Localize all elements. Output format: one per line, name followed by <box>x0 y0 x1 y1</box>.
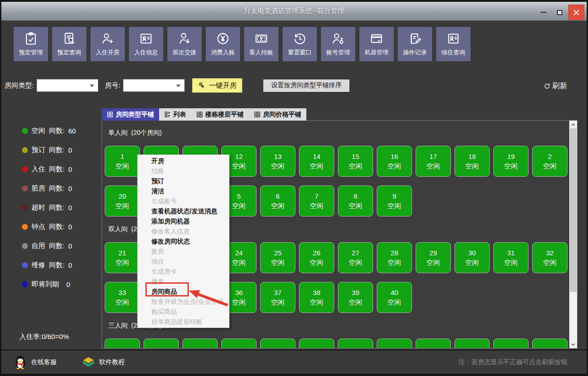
room-tile[interactable]: 19空闲 <box>493 146 529 177</box>
note-pen-icon <box>408 32 422 46</box>
room-tile[interactable]: 9空闲 <box>377 185 412 217</box>
menu-item[interactable]: 查看机器状态/发送消息 <box>138 206 229 216</box>
menu-item[interactable]: 挂单商品提前结账 <box>138 317 229 327</box>
toolbar-button[interactable]: 重置窗口 <box>283 27 317 61</box>
room-tile[interactable] <box>299 339 334 348</box>
room-tile[interactable]: 6空闲 <box>260 185 295 217</box>
room-tile[interactable]: 31空闲 <box>493 242 529 273</box>
toolbar-button-label: 预定查询 <box>58 48 81 57</box>
toolbar-button[interactable]: 入住开房 <box>91 27 125 61</box>
room-tile[interactable]: 15空闲 <box>338 146 373 177</box>
room-tile[interactable] <box>221 339 257 348</box>
room-status: 空闲 <box>116 201 129 211</box>
menu-item[interactable]: 结账 <box>138 166 229 176</box>
room-tile[interactable] <box>532 339 567 348</box>
room-tile[interactable]: 21空闲 <box>105 242 140 273</box>
room-tile[interactable]: 18空闲 <box>454 146 490 177</box>
room-tile[interactable]: 14空闲 <box>299 146 334 177</box>
toolbar-button[interactable]: 客人结账 <box>244 27 278 61</box>
view-tab[interactable]: 楼栋楼层平铺 <box>191 108 249 121</box>
room-tile[interactable]: 37空闲 <box>260 282 295 313</box>
room-tile[interactable]: 25空闲 <box>260 242 295 273</box>
legend-count-prefix: 间数: <box>49 146 64 154</box>
room-type-select[interactable] <box>37 79 98 92</box>
toolbar-button[interactable]: 机器管理 <box>359 27 394 61</box>
room-tile[interactable]: 32空闲 <box>532 242 567 273</box>
room-number: 1 <box>120 152 124 161</box>
room-tile[interactable] <box>416 339 451 348</box>
room-number: 12 <box>235 152 243 161</box>
room-tile[interactable] <box>182 339 218 348</box>
menu-item[interactable]: 添加房间机器 <box>138 216 229 226</box>
room-tile[interactable]: 40空闲 <box>377 282 412 313</box>
room-tile[interactable]: 7空闲 <box>299 185 334 217</box>
room-tile[interactable] <box>260 339 295 348</box>
room-tile[interactable]: 39空闲 <box>338 282 373 313</box>
menu-item[interactable]: 预订 <box>138 176 229 186</box>
view-tab[interactable]: 房间价格平铺 <box>249 108 306 121</box>
room-tile[interactable] <box>338 339 373 348</box>
status-legend: 空闲间数:60预订间数:0入住间数:0脏房间数:0超时间数:0钟点间数:0自用间… <box>0 124 102 297</box>
menu-item[interactable]: 修改客人信息 <box>138 226 229 236</box>
toolbar-button-label: 操作记录 <box>403 48 427 57</box>
toolbar-button[interactable]: 账号管理 <box>321 27 355 61</box>
view-tab[interactable]: 房间类型平铺 <box>102 108 159 121</box>
room-tile[interactable] <box>493 339 529 348</box>
room-no-select[interactable] <box>123 79 185 92</box>
room-tile[interactable] <box>377 339 412 348</box>
chevron-down-icon <box>176 85 181 87</box>
room-tile[interactable] <box>454 339 490 348</box>
view-tab[interactable]: 列表 <box>159 108 191 121</box>
minimize-button[interactable] <box>537 5 549 19</box>
tutorial-link[interactable]: 软件教程 <box>99 358 125 366</box>
menu-item[interactable]: 生成房卡 <box>138 266 229 276</box>
room-tile[interactable]: 33空闲 <box>105 282 140 313</box>
menu-item[interactable]: 续住 <box>138 256 229 266</box>
room-tile[interactable]: 2空闲 <box>532 146 567 177</box>
room-tile[interactable]: 13空闲 <box>260 146 295 177</box>
toolbar-button[interactable]: 入住信息 <box>129 27 163 61</box>
room-status: 空闲 <box>232 258 246 267</box>
menu-item[interactable]: 生成账号 <box>138 196 229 206</box>
room-tile[interactable]: 20空闲 <box>105 185 140 217</box>
scroll-thumb[interactable] <box>570 128 577 292</box>
toolbar-button[interactable]: 消费入账 <box>206 27 240 61</box>
close-button[interactable] <box>568 5 584 20</box>
toolbar-button[interactable]: 班次交接 <box>167 27 202 61</box>
toolbar-button[interactable]: 操作记录 <box>398 27 432 61</box>
room-tile[interactable]: 29空闲 <box>416 242 451 273</box>
room-tile[interactable]: 30空闲 <box>454 242 490 273</box>
room-tile[interactable]: 16空闲 <box>377 146 412 177</box>
toolbar-button[interactable]: 预定查询 <box>52 27 86 61</box>
room-tile[interactable]: 28空闲 <box>377 242 412 273</box>
refresh-button[interactable]: 刷新 <box>544 81 567 91</box>
occupancy-rate: 入住率:0/60=0% <box>19 333 69 341</box>
room-number: 16 <box>390 152 398 161</box>
status-dot <box>22 281 28 287</box>
scroll-down-button[interactable] <box>569 340 577 348</box>
one-key-open-button[interactable]: 一键开房 <box>192 78 242 93</box>
menu-item[interactable]: 开房 <box>138 156 229 166</box>
legend-count-value: 0 <box>68 146 72 154</box>
room-tile[interactable]: 1空闲 <box>105 146 140 177</box>
menu-item[interactable]: 清洁 <box>138 186 229 196</box>
scroll-up-button[interactable] <box>569 121 577 128</box>
room-tile[interactable]: 17空闲 <box>416 146 451 177</box>
room-tile[interactable]: 27空闲 <box>338 242 373 273</box>
app-window: 月太电竞酒店管理系统--前台管理 预定管理预定查询入住开房入住信息班次交接消费入… <box>0 0 588 376</box>
status-dot <box>22 262 28 268</box>
toolbar-button[interactable]: 续住查询 <box>436 27 470 61</box>
sort-layout-button[interactable]: 设置按房间类型平铺排序 <box>263 79 349 92</box>
menu-item[interactable]: 换房 <box>138 246 229 256</box>
maximize-button[interactable] <box>554 5 566 19</box>
toolbar-button[interactable]: 预定管理 <box>14 27 48 61</box>
room-tile[interactable]: 38空闲 <box>299 282 334 313</box>
menu-item[interactable]: 修改房间状态 <box>138 236 229 246</box>
online-service-link[interactable]: 在线客服 <box>31 358 57 366</box>
room-tile[interactable] <box>144 339 179 348</box>
tutorial-icon <box>82 356 95 368</box>
room-tile[interactable]: 26空闲 <box>299 242 334 273</box>
room-tile[interactable] <box>105 339 140 348</box>
room-tile[interactable]: 8空闲 <box>338 185 373 217</box>
scrollbar[interactable] <box>569 121 577 348</box>
